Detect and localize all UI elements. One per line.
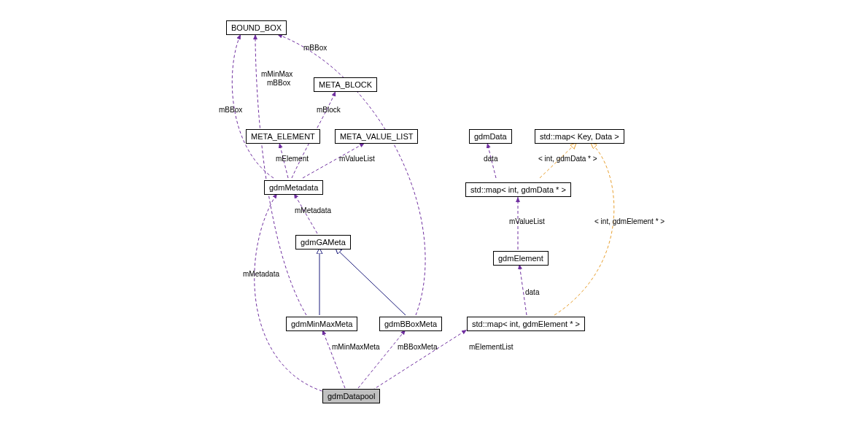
node-gdmdatapool[interactable]: gdmDatapool: [322, 389, 380, 403]
label-mmetadata2: mMetadata: [243, 270, 279, 278]
label-melement: mElement: [276, 155, 309, 163]
label-mminmax: mMinMax: [261, 70, 292, 78]
node-gdmelement[interactable]: gdmElement: [493, 251, 549, 266]
node-meta-value-list[interactable]: META_VALUE_LIST: [335, 129, 418, 144]
node-bound-box[interactable]: BOUND_BOX: [226, 20, 287, 35]
label-mmetadata1: mMetadata: [295, 206, 331, 214]
label-mvaluelist2: mValueList: [509, 217, 545, 225]
label-int-gdmelement: < int, gdmElement * >: [594, 217, 664, 225]
node-std-map-int-data[interactable]: std::map< int, gdmData * >: [465, 182, 571, 197]
label-data2: data: [525, 288, 539, 296]
node-gdmdata[interactable]: gdmData: [469, 129, 512, 144]
node-gdmbboxmeta[interactable]: gdmBBoxMeta: [379, 317, 442, 331]
label-mbbox-left: mBBox: [219, 106, 242, 114]
label-mminmaxmeta: mMinMaxMeta: [332, 343, 380, 351]
label-data-top: data: [484, 155, 497, 163]
label-melementlist: mElementList: [469, 343, 514, 351]
label-mbbox-top: mBBox: [303, 44, 327, 52]
node-gdmminmaxmeta[interactable]: gdmMinMaxMeta: [286, 317, 357, 331]
label-mvaluelist: mValueList: [339, 155, 375, 163]
label-mbbox-under: mBBox: [267, 79, 290, 87]
label-mbboxmeta: mBBoxMeta: [398, 343, 437, 351]
label-int-gdmdata: < int, gdmData * >: [538, 155, 597, 163]
node-std-map-int-elem[interactable]: std::map< int, gdmElement * >: [467, 317, 585, 331]
node-gdmgameta[interactable]: gdmGAMeta: [295, 235, 351, 250]
label-mblock: mBlock: [317, 106, 341, 114]
node-meta-element[interactable]: META_ELEMENT: [246, 129, 320, 144]
node-std-map-key[interactable]: std::map< Key, Data >: [535, 129, 624, 144]
node-meta-block[interactable]: META_BLOCK: [314, 77, 377, 92]
node-gdmmetadata[interactable]: gdmMetadata: [264, 180, 323, 195]
